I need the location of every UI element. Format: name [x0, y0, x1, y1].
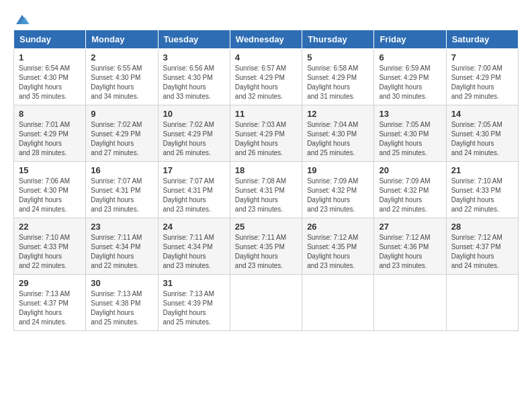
weekday-header-monday: Monday: [86, 30, 158, 49]
day-info: Sunrise: 7:11 AM Sunset: 4:34 PM Dayligh…: [91, 233, 152, 271]
calendar-cell: 22 Sunrise: 7:10 AM Sunset: 4:33 PM Dayl…: [14, 218, 86, 275]
day-number: 14: [451, 109, 513, 119]
calendar-week-row: 29 Sunrise: 7:13 AM Sunset: 4:37 PM Dayl…: [14, 275, 519, 331]
calendar-cell: 1 Sunrise: 6:54 AM Sunset: 4:30 PM Dayli…: [14, 49, 86, 105]
calendar-cell: 20 Sunrise: 7:09 AM Sunset: 4:32 PM Dayl…: [374, 162, 446, 218]
calendar-cell: 6 Sunrise: 6:59 AM Sunset: 4:29 PM Dayli…: [374, 49, 446, 105]
calendar-week-row: 22 Sunrise: 7:10 AM Sunset: 4:33 PM Dayl…: [14, 218, 519, 275]
day-info: Sunrise: 7:08 AM Sunset: 4:31 PM Dayligh…: [235, 177, 297, 214]
day-info: Sunrise: 7:12 AM Sunset: 4:35 PM Dayligh…: [307, 233, 369, 271]
calendar-cell: 2 Sunrise: 6:55 AM Sunset: 4:30 PM Dayli…: [86, 49, 158, 105]
day-number: 28: [451, 222, 513, 232]
calendar-cell: 5 Sunrise: 6:58 AM Sunset: 4:29 PM Dayli…: [302, 49, 374, 105]
day-number: 10: [163, 109, 225, 119]
day-number: 23: [91, 222, 152, 232]
day-info: Sunrise: 7:07 AM Sunset: 4:31 PM Dayligh…: [91, 177, 152, 214]
calendar-cell: 21 Sunrise: 7:10 AM Sunset: 4:33 PM Dayl…: [446, 162, 518, 218]
day-number: 5: [307, 52, 369, 62]
day-info: Sunrise: 7:10 AM Sunset: 4:33 PM Dayligh…: [19, 233, 81, 271]
calendar-cell: 26 Sunrise: 7:12 AM Sunset: 4:35 PM Dayl…: [302, 218, 374, 275]
calendar-cell: [302, 275, 374, 331]
day-number: 25: [235, 222, 297, 232]
day-number: 24: [163, 222, 225, 232]
day-number: 13: [379, 109, 441, 119]
header: [13, 13, 519, 23]
calendar-table: SundayMondayTuesdayWednesdayThursdayFrid…: [13, 30, 519, 331]
day-info: Sunrise: 7:13 AM Sunset: 4:37 PM Dayligh…: [19, 289, 81, 327]
weekday-header-sunday: Sunday: [14, 30, 86, 49]
calendar-cell: [446, 275, 518, 331]
calendar-week-row: 1 Sunrise: 6:54 AM Sunset: 4:30 PM Dayli…: [14, 49, 519, 105]
day-info: Sunrise: 7:10 AM Sunset: 4:33 PM Dayligh…: [451, 177, 513, 214]
day-number: 30: [91, 278, 152, 288]
weekday-header-friday: Friday: [374, 30, 446, 49]
day-number: 19: [307, 165, 369, 175]
day-info: Sunrise: 6:56 AM Sunset: 4:30 PM Dayligh…: [163, 64, 225, 101]
day-info: Sunrise: 6:59 AM Sunset: 4:29 PM Dayligh…: [379, 64, 441, 101]
day-info: Sunrise: 7:13 AM Sunset: 4:38 PM Dayligh…: [91, 289, 152, 327]
day-info: Sunrise: 7:04 AM Sunset: 4:30 PM Dayligh…: [307, 120, 369, 158]
day-number: 31: [163, 278, 225, 288]
calendar-cell: 29 Sunrise: 7:13 AM Sunset: 4:37 PM Dayl…: [14, 275, 86, 331]
calendar-cell: 13 Sunrise: 7:05 AM Sunset: 4:30 PM Dayl…: [374, 105, 446, 162]
day-number: 12: [307, 109, 369, 119]
day-number: 2: [91, 52, 152, 62]
day-number: 18: [235, 165, 297, 175]
day-info: Sunrise: 7:13 AM Sunset: 4:39 PM Dayligh…: [163, 289, 225, 327]
calendar-cell: [374, 275, 446, 331]
day-number: 6: [379, 52, 441, 62]
calendar-cell: 15 Sunrise: 7:06 AM Sunset: 4:30 PM Dayl…: [14, 162, 86, 218]
day-number: 16: [91, 165, 152, 175]
calendar-cell: 11 Sunrise: 7:03 AM Sunset: 4:29 PM Dayl…: [230, 105, 302, 162]
day-number: 29: [19, 278, 81, 288]
calendar-cell: 17 Sunrise: 7:07 AM Sunset: 4:31 PM Dayl…: [158, 162, 230, 218]
calendar-week-row: 8 Sunrise: 7:01 AM Sunset: 4:29 PM Dayli…: [14, 105, 519, 162]
weekday-header-tuesday: Tuesday: [158, 30, 230, 49]
day-number: 8: [19, 109, 81, 119]
day-info: Sunrise: 7:11 AM Sunset: 4:34 PM Dayligh…: [163, 233, 225, 271]
calendar-cell: 18 Sunrise: 7:08 AM Sunset: 4:31 PM Dayl…: [230, 162, 302, 218]
day-info: Sunrise: 6:54 AM Sunset: 4:30 PM Dayligh…: [19, 64, 81, 101]
logo: [13, 13, 30, 23]
day-info: Sunrise: 7:05 AM Sunset: 4:30 PM Dayligh…: [379, 120, 441, 158]
day-info: Sunrise: 6:58 AM Sunset: 4:29 PM Dayligh…: [307, 64, 369, 101]
day-info: Sunrise: 7:11 AM Sunset: 4:35 PM Dayligh…: [235, 233, 297, 271]
day-number: 27: [379, 222, 441, 232]
day-number: 17: [163, 165, 225, 175]
day-number: 26: [307, 222, 369, 232]
day-info: Sunrise: 6:57 AM Sunset: 4:29 PM Dayligh…: [235, 64, 297, 101]
day-info: Sunrise: 7:05 AM Sunset: 4:30 PM Dayligh…: [451, 120, 513, 158]
day-info: Sunrise: 7:06 AM Sunset: 4:30 PM Dayligh…: [19, 177, 81, 214]
calendar-cell: 7 Sunrise: 7:00 AM Sunset: 4:29 PM Dayli…: [446, 49, 518, 105]
calendar-cell: 28 Sunrise: 7:12 AM Sunset: 4:37 PM Dayl…: [446, 218, 518, 275]
weekday-header-row: SundayMondayTuesdayWednesdayThursdayFrid…: [14, 30, 519, 49]
day-number: 15: [19, 165, 81, 175]
day-number: 11: [235, 109, 297, 119]
day-info: Sunrise: 7:01 AM Sunset: 4:29 PM Dayligh…: [19, 120, 81, 158]
calendar-cell: 14 Sunrise: 7:05 AM Sunset: 4:30 PM Dayl…: [446, 105, 518, 162]
calendar-cell: 25 Sunrise: 7:11 AM Sunset: 4:35 PM Dayl…: [230, 218, 302, 275]
day-number: 20: [379, 165, 441, 175]
weekday-header-saturday: Saturday: [446, 30, 518, 49]
calendar-cell: 19 Sunrise: 7:09 AM Sunset: 4:32 PM Dayl…: [302, 162, 374, 218]
day-info: Sunrise: 7:12 AM Sunset: 4:36 PM Dayligh…: [379, 233, 441, 271]
calendar-cell: 27 Sunrise: 7:12 AM Sunset: 4:36 PM Dayl…: [374, 218, 446, 275]
calendar-cell: 30 Sunrise: 7:13 AM Sunset: 4:38 PM Dayl…: [86, 275, 158, 331]
day-number: 1: [19, 52, 81, 62]
calendar-cell: 24 Sunrise: 7:11 AM Sunset: 4:34 PM Dayl…: [158, 218, 230, 275]
day-number: 7: [451, 52, 513, 62]
day-info: Sunrise: 7:09 AM Sunset: 4:32 PM Dayligh…: [379, 177, 441, 214]
calendar-cell: 16 Sunrise: 7:07 AM Sunset: 4:31 PM Dayl…: [86, 162, 158, 218]
weekday-header-thursday: Thursday: [302, 30, 374, 49]
calendar-week-row: 15 Sunrise: 7:06 AM Sunset: 4:30 PM Dayl…: [14, 162, 519, 218]
day-info: Sunrise: 6:55 AM Sunset: 4:30 PM Dayligh…: [91, 64, 152, 101]
calendar-cell: 10 Sunrise: 7:02 AM Sunset: 4:29 PM Dayl…: [158, 105, 230, 162]
day-info: Sunrise: 7:07 AM Sunset: 4:31 PM Dayligh…: [163, 177, 225, 214]
calendar-cell: 31 Sunrise: 7:13 AM Sunset: 4:39 PM Dayl…: [158, 275, 230, 331]
day-number: 9: [91, 109, 152, 119]
calendar-cell: 23 Sunrise: 7:11 AM Sunset: 4:34 PM Dayl…: [86, 218, 158, 275]
logo-icon: [15, 13, 30, 26]
day-number: 21: [451, 165, 513, 175]
day-info: Sunrise: 7:00 AM Sunset: 4:29 PM Dayligh…: [451, 64, 513, 101]
day-number: 3: [163, 52, 225, 62]
